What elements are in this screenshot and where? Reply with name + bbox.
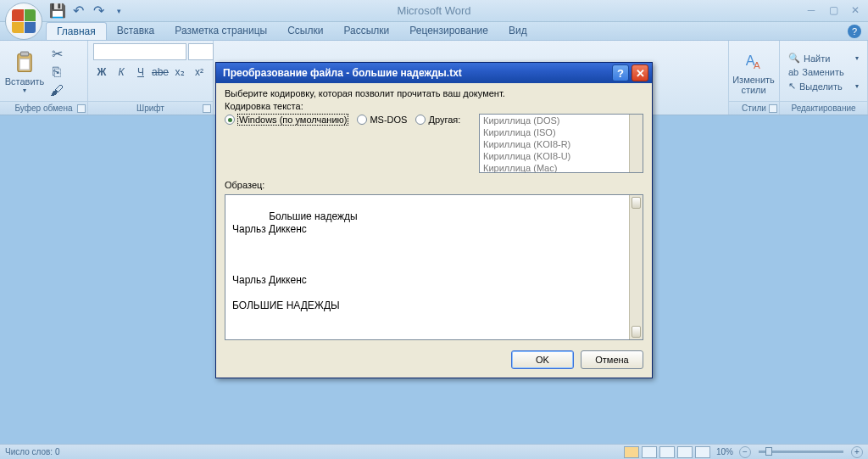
view-full-screen[interactable] <box>642 446 657 458</box>
preview-text: Большие надежды Чарльз Диккенс Чарльз Ди… <box>232 210 358 311</box>
tab-review[interactable]: Рецензирование <box>399 22 498 40</box>
view-outline[interactable] <box>677 446 693 458</box>
radio-other[interactable]: Другая: <box>415 115 460 125</box>
file-conversion-dialog: Преобразование файла - большие надежды.t… <box>215 62 653 378</box>
enc-item[interactable]: Кириллица (Mac) <box>480 162 643 173</box>
view-print-layout[interactable] <box>624 446 639 458</box>
radio-icon <box>415 115 426 125</box>
group-editing: 🔍Найти▾ abЗаменить ↖Выделить▾ Редактиров… <box>780 41 868 115</box>
font-launcher[interactable] <box>203 104 211 113</box>
find-button[interactable]: 🔍Найти▾ <box>785 52 862 64</box>
styles-icon: AA <box>742 49 765 73</box>
word-count[interactable]: Число слов: 0 <box>5 447 59 456</box>
zoom-out-button[interactable]: − <box>739 446 751 458</box>
underline-button[interactable]: Ч <box>132 64 149 81</box>
clipboard-group-label: Буфер обмена <box>0 101 87 115</box>
subscript-button[interactable]: x₂ <box>171 64 188 81</box>
office-button[interactable] <box>5 3 42 40</box>
radio-icon <box>225 115 235 125</box>
dialog-close-button[interactable]: ✕ <box>632 64 648 81</box>
zoom-in-button[interactable]: + <box>851 446 863 458</box>
tab-view[interactable]: Вид <box>498 22 537 40</box>
group-styles: AA Изменить стили Стили <box>729 41 780 115</box>
enc-item[interactable]: Кириллица (KOI8-U) <box>480 150 643 162</box>
view-draft[interactable] <box>695 446 710 458</box>
dialog-title: Преобразование файла - большие надежды.t… <box>220 67 609 79</box>
font-group-label: Шрифт <box>88 101 213 115</box>
svg-rect-1 <box>20 52 28 56</box>
styles-group-label: Стили <box>729 101 779 115</box>
strike-button[interactable]: abe <box>152 64 169 81</box>
tab-references[interactable]: Ссылки <box>277 22 333 40</box>
italic-button[interactable]: К <box>113 64 130 81</box>
group-clipboard: Вставить ▾ ✂ ⎘ 🖌 Буфер обмена <box>0 41 88 115</box>
ribbon-tabs: Главная Вставка Разметка страницы Ссылки… <box>0 22 868 41</box>
replace-icon: ab <box>788 67 798 77</box>
zoom-thumb[interactable] <box>765 447 772 456</box>
format-painter-icon[interactable]: 🖌 <box>47 82 66 99</box>
change-styles-button[interactable]: AA Изменить стили <box>734 45 773 99</box>
scrollbar[interactable] <box>629 195 643 339</box>
bold-button[interactable]: Ж <box>93 64 110 81</box>
font-family-combo[interactable] <box>93 43 186 60</box>
qat-dropdown-icon[interactable]: ▾ <box>110 3 127 20</box>
tab-page-layout[interactable]: Разметка страницы <box>164 22 277 40</box>
binoculars-icon: 🔍 <box>788 53 800 64</box>
styles-launcher[interactable] <box>769 104 777 113</box>
help-icon[interactable]: ? <box>848 25 861 38</box>
ok-button[interactable]: OK <box>511 350 574 369</box>
select-button[interactable]: ↖Выделить▾ <box>785 80 862 92</box>
paste-label: Вставить <box>5 76 45 87</box>
scrollbar[interactable] <box>629 115 643 172</box>
redo-icon[interactable]: ↷ <box>90 3 107 20</box>
tab-home[interactable]: Главная <box>46 22 107 40</box>
dialog-titlebar[interactable]: Преобразование файла - большие надежды.t… <box>216 63 652 83</box>
statusbar: Число слов: 0 10% − + <box>0 444 868 459</box>
cursor-icon: ↖ <box>788 81 796 92</box>
editing-group-label: Редактирование <box>780 101 867 115</box>
group-font: Ж К Ч abe x₂ x² Шрифт <box>88 41 214 115</box>
zoom-label[interactable]: 10% <box>716 447 733 456</box>
copy-icon[interactable]: ⎘ <box>47 64 66 81</box>
undo-icon[interactable]: ↶ <box>70 3 86 20</box>
titlebar: 💾 ↶ ↷ ▾ Microsoft Word ─ ▢ ✕ <box>0 0 868 22</box>
radio-icon <box>357 115 367 125</box>
zoom-slider[interactable] <box>759 451 843 453</box>
maximize-button[interactable]: ▢ <box>826 3 841 17</box>
enc-item[interactable]: Кириллица (ISO) <box>480 126 643 138</box>
close-button[interactable]: ✕ <box>848 3 863 17</box>
app-title: Microsoft Word <box>0 4 868 17</box>
office-logo-icon <box>12 9 36 33</box>
radio-msdos[interactable]: MS-DOS <box>357 115 407 125</box>
radio-windows[interactable]: Windows (по умолчанию) <box>225 114 348 126</box>
enc-item[interactable]: Кириллица (KOI8-R) <box>480 138 643 150</box>
encoding-label: Кодировка текста: <box>225 101 643 111</box>
font-size-combo[interactable] <box>188 43 214 60</box>
preview-box: Большие надежды Чарльз Диккенс Чарльз Ди… <box>225 194 643 340</box>
preview-label: Образец: <box>225 180 643 190</box>
enc-item[interactable]: Кириллица (DOS) <box>480 115 643 126</box>
svg-text:A: A <box>754 59 760 70</box>
cancel-button[interactable]: Отмена <box>581 350 643 369</box>
encoding-list[interactable]: Кириллица (DOS) Кириллица (ISO) Кириллиц… <box>479 114 643 173</box>
quick-access-toolbar: 💾 ↶ ↷ ▾ <box>49 3 127 20</box>
clipboard-launcher[interactable] <box>77 104 86 113</box>
paste-button[interactable]: Вставить ▾ <box>5 45 44 99</box>
clipboard-icon <box>13 51 36 75</box>
chevron-down-icon: ▾ <box>23 87 26 94</box>
view-web-layout[interactable] <box>659 446 675 458</box>
cut-icon[interactable]: ✂ <box>47 45 66 62</box>
superscript-button[interactable]: x² <box>191 64 208 81</box>
minimize-button[interactable]: ─ <box>804 3 819 17</box>
save-icon[interactable]: 💾 <box>49 3 66 20</box>
tab-insert[interactable]: Вставка <box>107 22 165 40</box>
change-styles-label: Изменить стили <box>732 75 775 95</box>
replace-button[interactable]: abЗаменить <box>785 66 862 78</box>
dialog-instruction: Выберите кодировку, которая позволит про… <box>225 88 643 98</box>
tab-mailings[interactable]: Рассылки <box>333 22 399 40</box>
dialog-help-button[interactable]: ? <box>612 64 629 81</box>
svg-rect-2 <box>19 59 30 70</box>
